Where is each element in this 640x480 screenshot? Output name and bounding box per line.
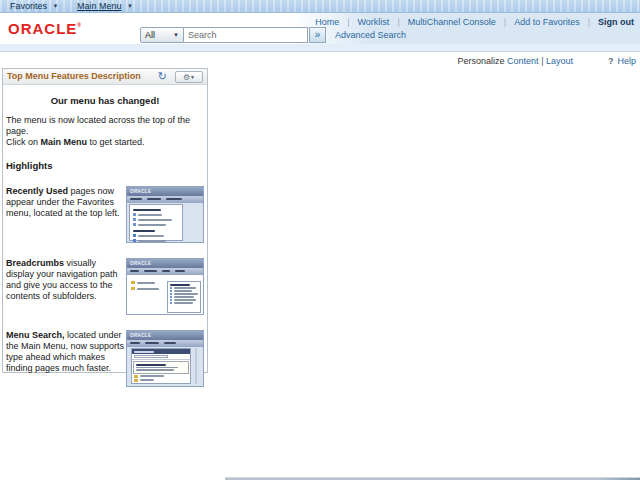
thumb-search-dropdown	[131, 348, 191, 384]
feature-text: Menu Search, located under the Main Menu…	[6, 330, 126, 387]
pagelet-title: Top Menu Features Description	[7, 71, 141, 81]
banner-bottom-strip	[0, 44, 640, 51]
favorites-menu[interactable]: Favorites ▼	[10, 0, 58, 12]
recently-used-thumbnail: ORACLE	[126, 186, 204, 243]
thumb-cascade-menu	[167, 281, 201, 313]
caret-down-icon: ▼	[127, 3, 133, 9]
menu-search-thumbnail: ORACLE	[126, 330, 204, 387]
personalize-bar: Personalize Content | Layout ?Help	[0, 53, 640, 67]
pagelet-settings-button[interactable]: ⚙▼	[175, 71, 203, 83]
thumb-menubar	[127, 340, 203, 347]
registered-mark: ®	[77, 22, 82, 28]
personalize-label: Personalize	[458, 56, 508, 66]
personalize-separator: |	[539, 56, 546, 66]
intro-text: The menu is now located across the top o…	[6, 115, 204, 148]
thumb-menubar	[127, 196, 203, 203]
pagelet-header: Top Menu Features Description ↻ ⚙▼	[3, 69, 207, 85]
welcome-heading: Our menu has changed!	[6, 95, 204, 106]
thumb-banner: ORACLE	[127, 331, 203, 340]
personalize-layout-link[interactable]: Layout	[546, 56, 573, 66]
thumb-banner: ORACLE	[127, 187, 203, 196]
breadcrumbs-thumbnail: ORACLE	[126, 258, 204, 315]
favorites-menu-label: Favorites	[10, 1, 47, 11]
banner: ORACLE® Home|Worklist|MultiChannel Conso…	[0, 13, 640, 52]
refresh-icon[interactable]: ↻	[158, 69, 167, 84]
caret-down-icon: ▼	[173, 28, 179, 42]
peoplesoft-portal-page: Favorites ▼ Main Menu ▼ ORACLE® Home|Wor…	[0, 0, 640, 480]
caret-down-icon: ▼	[190, 74, 195, 80]
multichannel-console-link[interactable]: MultiChannel Console	[400, 17, 504, 27]
search-bar: All▼»Advanced Search	[140, 27, 406, 43]
feature-recently-used: Recently Used pages now appear under the…	[6, 186, 204, 243]
advanced-search-link[interactable]: Advanced Search	[335, 27, 406, 43]
search-go-button[interactable]: »	[309, 27, 326, 43]
feature-text: Recently Used pages now appear under the…	[6, 186, 126, 243]
feature-breadcrumbs: Breadcrumbs visually display your naviga…	[6, 258, 204, 315]
main-menu[interactable]: Main Menu ▼	[77, 0, 133, 12]
help-group: ?Help	[608, 56, 636, 66]
banner-nav-links: Home|Worklist|MultiChannel Console|Add t…	[307, 17, 634, 27]
top-menu-features-pagelet: Top Menu Features Description ↻ ⚙▼ Our m…	[2, 68, 208, 373]
intro-line2: Click on Main Menu to get started.	[6, 137, 204, 148]
worklist-link[interactable]: Worklist	[350, 17, 398, 27]
search-scope-select[interactable]: All▼	[140, 27, 184, 43]
thumb-scrollbar	[195, 348, 197, 384]
main-menu-label: Main Menu	[77, 1, 122, 11]
personalize-group: Personalize Content | Layout	[458, 56, 573, 66]
top-menu-bar: Favorites ▼ Main Menu ▼	[0, 0, 640, 13]
home-link[interactable]: Home	[307, 17, 347, 27]
search-scope-value: All	[145, 30, 155, 40]
thumb-banner: ORACLE	[127, 259, 203, 268]
help-link[interactable]: Help	[617, 56, 636, 66]
sign-out-link[interactable]: Sign out	[590, 17, 634, 27]
highlights-heading: Highlights	[6, 160, 204, 171]
thumb-dropdown	[129, 204, 183, 241]
thumb-breadcrumb-bar	[127, 268, 203, 275]
oracle-logo: ORACLE®	[8, 21, 82, 36]
personalize-content-link[interactable]: Content	[507, 56, 539, 66]
add-to-favorites-link[interactable]: Add to Favorites	[506, 17, 588, 27]
search-input[interactable]	[184, 27, 308, 43]
help-question-icon[interactable]: ?	[608, 56, 614, 66]
pagelet-body: Our menu has changed! The menu is now lo…	[3, 85, 207, 387]
intro-line1: The menu is now located across the top o…	[6, 115, 204, 137]
caret-down-icon: ▼	[53, 3, 59, 9]
feature-menu-search: Menu Search, located under the Main Menu…	[6, 330, 204, 387]
feature-text: Breadcrumbs visually display your naviga…	[6, 258, 126, 315]
